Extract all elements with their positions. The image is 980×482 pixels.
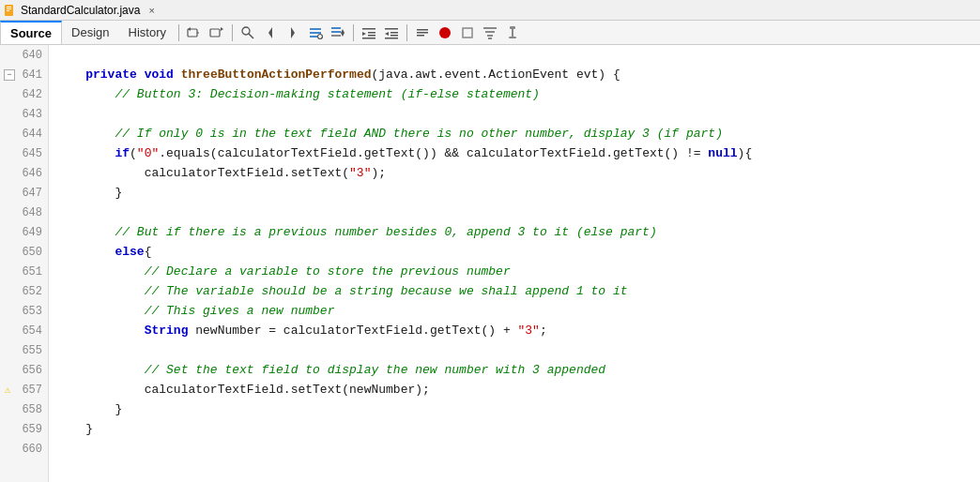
line-numbers: 640−641642643644645646647648649650651652…	[0, 45, 49, 482]
line-number: 641	[22, 68, 42, 82]
svg-line-10	[249, 34, 253, 38]
code-token: "3"	[518, 321, 540, 340]
code-token	[56, 143, 115, 163]
code-line[interactable]: // Declare a variable to store the previ…	[49, 262, 980, 281]
code-line[interactable]: if("0".equals(calculatorTextField.getTex…	[49, 143, 980, 163]
code-token: }	[56, 419, 93, 439]
tab-design[interactable]: Design	[62, 21, 118, 44]
code-line[interactable]: calculatorTextField.setText("3");	[49, 163, 980, 183]
code-line[interactable]: }	[49, 183, 980, 203]
code-area[interactable]: private void threeButtonActionPerformed(…	[49, 45, 980, 482]
code-token	[56, 124, 115, 143]
svg-line-17	[321, 38, 322, 38]
svg-rect-18	[331, 27, 341, 29]
line-number: 659	[22, 423, 42, 436]
code-token: // But if there is a previous number bes…	[115, 222, 656, 242]
toolbar-find-btn[interactable]	[305, 23, 326, 42]
line-number-row: 651	[0, 262, 48, 281]
svg-marker-11	[268, 27, 272, 38]
line-number-row: 646	[0, 163, 48, 183]
code-line[interactable]: String newNumber = calculatorTextField.g…	[49, 321, 980, 340]
toolbar-format-btn[interactable]	[480, 23, 500, 42]
code-line[interactable]: // This gives a new number	[49, 301, 980, 321]
line-number: 651	[22, 265, 42, 279]
code-token	[56, 163, 145, 183]
code-line[interactable]: private void threeButtonActionPerformed(…	[49, 65, 980, 84]
toolbar-group-4	[412, 23, 523, 42]
code-token: newNumber = calculatorTextField.getText(…	[188, 321, 517, 340]
toolbar-replace-btn[interactable]	[328, 23, 348, 42]
code-token	[56, 242, 115, 262]
code-token: .equals(calculatorTextField.getText()) &…	[159, 143, 708, 163]
line-number: 644	[22, 128, 42, 141]
toolbar-forward-btn[interactable]	[207, 23, 227, 42]
code-line[interactable]	[49, 203, 980, 222]
code-token: }	[56, 183, 122, 203]
line-number-row: 643	[0, 104, 48, 124]
toolbar-indent-btn[interactable]	[359, 23, 379, 42]
toolbar-square-btn[interactable]	[457, 23, 478, 42]
code-line[interactable]: }	[49, 419, 980, 439]
line-number-row: 660	[0, 439, 48, 459]
line-number: 655	[22, 344, 42, 357]
code-token	[56, 65, 85, 84]
code-token: ){	[738, 143, 753, 163]
code-line[interactable]	[49, 340, 980, 360]
line-number-row: 647	[0, 183, 48, 203]
code-token: // If only 0 is in the text field AND th…	[115, 124, 723, 143]
svg-rect-37	[463, 28, 472, 38]
code-token	[174, 65, 181, 84]
code-token: calculatorTextField.setText(	[145, 163, 349, 183]
tab-close-button[interactable]: ×	[145, 5, 157, 16]
file-icon	[4, 4, 17, 17]
toolbar-toggle-comment-btn[interactable]	[412, 23, 433, 42]
line-number-row: 642	[0, 84, 48, 104]
toolbar-search-btn[interactable]	[237, 23, 258, 42]
code-token: String	[145, 321, 189, 340]
code-token: null	[708, 143, 737, 163]
code-line[interactable]: // But if there is a previous number bes…	[49, 222, 980, 242]
code-line[interactable]	[49, 104, 980, 124]
tab-history[interactable]: History	[119, 21, 176, 44]
line-number: 660	[22, 443, 42, 456]
line-number-row: 658	[0, 399, 48, 419]
line-number: 650	[22, 246, 42, 259]
toolbar-stop-btn[interactable]	[435, 23, 455, 42]
toolbar-outdent-btn[interactable]	[381, 23, 402, 42]
code-line[interactable]: // If only 0 is in the text field AND th…	[49, 124, 980, 143]
svg-rect-35	[417, 35, 424, 37]
toolbar-left-btn[interactable]	[260, 23, 281, 42]
toolbar-back-btn[interactable]	[184, 23, 205, 42]
svg-rect-40	[487, 35, 493, 37]
code-token: // Declare a variable to store the previ…	[145, 262, 511, 281]
tab-filename: StandardCalculator.java	[21, 4, 140, 17]
toolbar-group-2	[237, 23, 348, 42]
code-line[interactable]: }	[49, 399, 980, 419]
code-token: "3"	[349, 163, 371, 183]
menu-bar: Source Design History	[0, 21, 980, 45]
code-token	[56, 262, 145, 281]
line-number: 658	[22, 403, 42, 416]
code-line[interactable]: // Button 3: Decision-making statement (…	[49, 84, 980, 104]
code-line[interactable]: // The variable should be a string becau…	[49, 281, 980, 301]
code-line[interactable]: calculatorTextField.setText(newNumber);	[49, 380, 980, 399]
line-number: 653	[22, 305, 42, 318]
code-line[interactable]: // Set the text field to display the new…	[49, 360, 980, 380]
svg-point-36	[439, 27, 451, 38]
line-number-row: −641	[0, 65, 48, 84]
svg-rect-3	[7, 10, 9, 11]
code-line[interactable]	[49, 45, 980, 65]
tab-source[interactable]: Source	[0, 21, 62, 44]
toolbar-right-btn[interactable]	[283, 23, 303, 42]
toolbar-group-3	[359, 23, 402, 42]
line-number: 647	[22, 187, 42, 200]
svg-rect-42	[510, 26, 515, 29]
svg-rect-14	[310, 32, 321, 34]
code-token: // This gives a new number	[145, 301, 335, 321]
line-number-row: 655	[0, 340, 48, 360]
code-line[interactable]	[49, 439, 980, 459]
fold-marker[interactable]: −	[4, 69, 15, 81]
code-line[interactable]: else{	[49, 242, 980, 262]
line-number: 652	[22, 285, 42, 298]
toolbar-tools-btn[interactable]	[502, 23, 523, 42]
